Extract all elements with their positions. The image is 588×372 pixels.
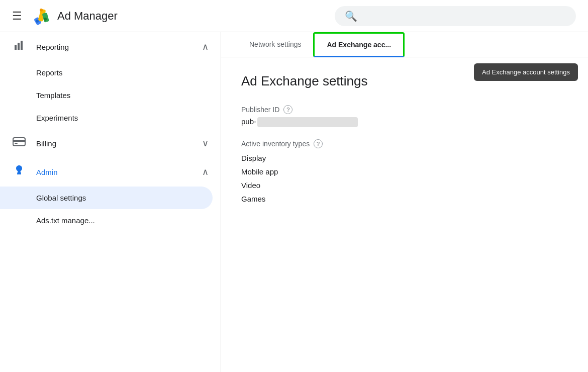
active-inventory-label: Active inventory types ? bbox=[241, 139, 568, 148]
billing-icon bbox=[12, 136, 26, 150]
admin-chevron: ∧ bbox=[202, 166, 209, 177]
logo-icon bbox=[30, 5, 52, 27]
app-title: Ad Manager bbox=[57, 10, 118, 23]
header: ☰ Ad Manager 🔍 bbox=[0, 0, 588, 32]
inventory-display: Display bbox=[241, 151, 568, 165]
admin-icon bbox=[12, 164, 26, 179]
tab-network-settings[interactable]: Network settings bbox=[237, 32, 313, 57]
svg-rect-8 bbox=[21, 41, 23, 50]
publisher-id-value: pub- bbox=[241, 117, 568, 127]
svg-rect-10 bbox=[13, 140, 25, 142]
search-bar[interactable]: 🔍 bbox=[335, 6, 576, 26]
active-inventory-help-icon[interactable]: ? bbox=[314, 139, 323, 148]
tabs-bar: Network settings Ad Exchange acc... Ad E… bbox=[221, 32, 588, 57]
sidebar-item-admin[interactable]: Admin ∧ bbox=[0, 157, 221, 187]
sidebar-item-experiments[interactable]: Experiments bbox=[0, 107, 221, 129]
sidebar-item-ads-txt[interactable]: Ads.txt manage... bbox=[0, 209, 221, 232]
svg-rect-11 bbox=[15, 143, 18, 144]
publisher-id-redacted bbox=[257, 117, 358, 127]
svg-rect-6 bbox=[15, 45, 17, 50]
reporting-chevron-up: ∧ bbox=[202, 41, 209, 52]
inventory-list: Display Mobile app Video Games bbox=[241, 151, 568, 206]
search-icon: 🔍 bbox=[345, 10, 357, 22]
inventory-mobile-app: Mobile app bbox=[241, 165, 568, 178]
header-left: ☰ Ad Manager bbox=[12, 5, 118, 27]
svg-point-3 bbox=[36, 20, 39, 23]
svg-point-5 bbox=[44, 18, 47, 21]
billing-label: Billing bbox=[36, 139, 192, 148]
admin-label: Admin bbox=[36, 168, 192, 176]
publisher-id-help-icon[interactable]: ? bbox=[283, 105, 292, 114]
page-body: Ad Exchange settings Publisher ID ? pub-… bbox=[221, 57, 588, 222]
svg-rect-2 bbox=[42, 12, 49, 22]
menu-icon[interactable]: ☰ bbox=[12, 10, 22, 23]
body-layout: Reporting ∧ Reports Templates Experiment… bbox=[0, 32, 588, 372]
reporting-icon bbox=[12, 39, 26, 54]
sidebar-item-reports[interactable]: Reports bbox=[0, 61, 221, 84]
logo-container: Ad Manager bbox=[30, 5, 118, 27]
inventory-games: Games bbox=[241, 192, 568, 206]
svg-rect-7 bbox=[18, 43, 20, 50]
reporting-label: Reporting bbox=[36, 43, 192, 51]
sidebar-item-templates[interactable]: Templates bbox=[0, 84, 221, 107]
main-content: Network settings Ad Exchange acc... Ad E… bbox=[221, 32, 588, 372]
sidebar-item-billing[interactable]: Billing ∨ bbox=[0, 129, 221, 157]
billing-chevron: ∨ bbox=[202, 138, 209, 149]
sidebar-item-reporting[interactable]: Reporting ∧ bbox=[0, 32, 221, 61]
sidebar: Reporting ∧ Reports Templates Experiment… bbox=[0, 32, 221, 372]
search-input[interactable] bbox=[363, 12, 566, 21]
tab-ad-exchange[interactable]: Ad Exchange acc... bbox=[313, 32, 405, 57]
page-title: Ad Exchange settings bbox=[241, 73, 568, 89]
sidebar-item-global-settings[interactable]: Global settings bbox=[0, 187, 213, 209]
publisher-id-label: Publisher ID ? bbox=[241, 105, 568, 114]
inventory-video: Video bbox=[241, 178, 568, 192]
svg-point-4 bbox=[40, 9, 43, 12]
